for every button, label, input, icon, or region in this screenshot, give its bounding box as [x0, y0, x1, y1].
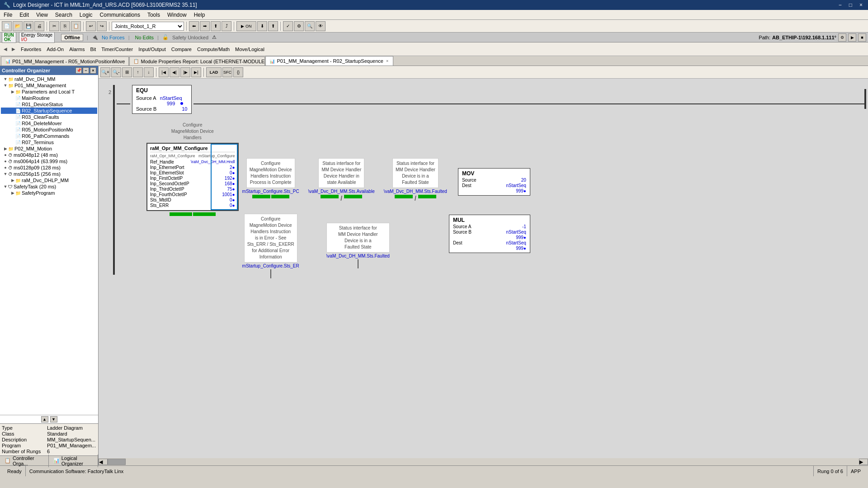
- tree-item-ms256[interactable]: ▼ ⏱ ms0256p15 (256 ms): [1, 171, 97, 177]
- cut-button[interactable]: ✂: [49, 21, 59, 31]
- tree-item-R02[interactable]: ▶ 📄 R02_StartupSequence: [1, 108, 97, 114]
- fit-button[interactable]: ⊞: [122, 67, 132, 77]
- download-button[interactable]: ⬇: [257, 21, 267, 31]
- menu-view[interactable]: View: [33, 11, 52, 19]
- ribbon-scroll-left[interactable]: ◀: [2, 47, 9, 52]
- fav-alarms[interactable]: Alarms: [66, 46, 87, 53]
- up-button[interactable]: ⬆: [211, 21, 221, 31]
- tree-item-ms64[interactable]: ● ⏱ ms0064p14 (63.999 ms): [1, 158, 97, 164]
- menu-help[interactable]: Help: [190, 11, 209, 19]
- go-online-button[interactable]: ▶ ON: [236, 21, 256, 31]
- ctrl-organizer-tab[interactable]: 📋 Controller Orga...: [0, 455, 49, 467]
- tree-item-raM-DHLP[interactable]: ▶ 📁 raM_Dvc_DHLP_MM: [1, 177, 97, 183]
- scope-combo[interactable]: Joints_Robot_1_R: [112, 22, 184, 31]
- save-button[interactable]: 💾: [24, 21, 33, 31]
- tree-item-R06[interactable]: ▶ 📄 R06_PathCommands: [1, 133, 97, 139]
- tree-item-R04[interactable]: ▶ 📄 R04_DeleteMover: [1, 120, 97, 127]
- search-toolbar-button[interactable]: 🔍: [305, 21, 315, 31]
- tree-toggle-2[interactable]: ▶: [10, 89, 15, 94]
- fav-input-output[interactable]: Input/Output: [136, 46, 169, 53]
- menu-search[interactable]: Search: [52, 11, 76, 19]
- tree-down-arrow[interactable]: ▼: [50, 416, 57, 422]
- panel-pin-button[interactable]: 📌: [75, 67, 82, 74]
- menu-edit[interactable]: Edit: [16, 11, 33, 19]
- tree-item-ms128[interactable]: ● ⏱ ms0128p09 (128 ms): [1, 164, 97, 171]
- fav-bit[interactable]: Bit: [87, 46, 99, 53]
- tree-toggle-16[interactable]: ▶: [10, 178, 15, 183]
- panel-header-buttons[interactable]: 📌 − ×: [75, 67, 96, 74]
- tree-toggle-11[interactable]: ▶: [3, 146, 8, 151]
- tree-toggle-13[interactable]: ●: [3, 159, 8, 164]
- tree-item-ms48[interactable]: ● ⏱ ms0048p12 (48 ms): [1, 152, 97, 158]
- new-button[interactable]: 📄: [2, 21, 12, 31]
- maximize-button[interactable]: □: [847, 2, 854, 8]
- back-button[interactable]: ⬅: [189, 21, 199, 31]
- zoom-out-button[interactable]: 🔍-: [111, 67, 121, 77]
- zoom-in-button[interactable]: 🔍+: [100, 67, 110, 77]
- paste-button[interactable]: 📋: [71, 21, 81, 31]
- path-stop-button[interactable]: ■: [858, 33, 866, 42]
- properties-button[interactable]: ⚙: [294, 21, 304, 31]
- menu-communications[interactable]: Communications: [96, 11, 144, 19]
- prev-rung-button[interactable]: ↑: [133, 67, 143, 77]
- fav-move-logical[interactable]: Move/Logical: [232, 46, 267, 53]
- prev-button[interactable]: ◀|: [170, 67, 179, 77]
- tab-1[interactable]: 📋 Module Properties Report: Local (ETHER…: [129, 56, 265, 66]
- tree-item-R05[interactable]: ▶ 📄 R05_MotionPositionMo: [1, 127, 97, 133]
- horizontal-scrollbar[interactable]: ◀ ▶: [99, 458, 868, 465]
- mov-block[interactable]: MOV Source 20 Dest nS: [458, 168, 530, 196]
- scroll-right-arrow[interactable]: ▶: [859, 459, 868, 465]
- tree-toggle-15[interactable]: ▼: [3, 171, 8, 177]
- configure-block[interactable]: raM_Opr_MM_Configure raM_Opr_MM_Configur…: [146, 143, 239, 211]
- redo-button[interactable]: ↪: [97, 21, 107, 31]
- minimize-button[interactable]: −: [837, 2, 844, 8]
- end-button[interactable]: ▶|: [191, 67, 201, 77]
- jump-button[interactable]: ⤴: [222, 21, 231, 31]
- lad-view-button[interactable]: LAD: [206, 67, 222, 77]
- open-button[interactable]: 📂: [13, 21, 23, 31]
- path-go-button[interactable]: ▶: [848, 33, 856, 42]
- tree-toggle-12[interactable]: ●: [3, 152, 8, 158]
- tree-item-R07[interactable]: ▶ 📄 R07_Terminus: [1, 139, 97, 145]
- tree-toggle-18[interactable]: ▶: [10, 190, 15, 196]
- fav-favorites[interactable]: Favorites: [18, 46, 44, 53]
- tree-toggle-14[interactable]: ●: [3, 165, 8, 170]
- next-inst-button[interactable]: |▶: [180, 67, 190, 77]
- monitor-button[interactable]: 👁: [316, 21, 326, 31]
- tree-item-P02[interactable]: ▶ 📁 P02_MM_Motion: [1, 145, 97, 152]
- forward-button[interactable]: ➡: [200, 21, 210, 31]
- next-rung-button[interactable]: ↓: [144, 67, 154, 77]
- upload-button[interactable]: ⬆: [268, 21, 278, 31]
- menu-tools[interactable]: Tools: [144, 11, 164, 19]
- window-controls[interactable]: − □ ×: [837, 2, 864, 8]
- path-config-button[interactable]: ⚙: [838, 33, 846, 42]
- copy-button[interactable]: ⎘: [60, 21, 70, 31]
- menu-window[interactable]: Window: [164, 11, 190, 19]
- tree-item-params-local[interactable]: ▶ 📁 Parameters and Local T: [1, 89, 97, 95]
- logical-organizer-tab[interactable]: 📊 Logical Organizer: [49, 455, 98, 467]
- tree-up-arrow[interactable]: ▲: [41, 416, 48, 422]
- st-view-button[interactable]: {}: [233, 67, 243, 77]
- fav-timer-counter[interactable]: Timer/Counter: [99, 46, 136, 53]
- tree-item-raM-Dvc-DH-MM[interactable]: ▼ 📁 raM_Dvc_DH_MM: [1, 76, 97, 82]
- print-button[interactable]: 🖨: [34, 21, 44, 31]
- canvas-scroll-area[interactable]: 2 EQU So: [99, 79, 868, 458]
- tree-item-R03[interactable]: ▶ 📄 R03_ClearFaults: [1, 114, 97, 120]
- scroll-left-arrow[interactable]: ◀: [99, 459, 108, 465]
- fav-addon[interactable]: Add-On: [44, 46, 66, 53]
- tree-toggle-0[interactable]: ▼: [3, 76, 8, 82]
- close-button[interactable]: ×: [858, 2, 864, 8]
- fav-compare[interactable]: Compare: [169, 46, 194, 53]
- tab-2[interactable]: 📊 P01_MM_Management - R02_StartupSequenc…: [265, 56, 393, 66]
- scroll-thumb[interactable]: [108, 459, 126, 465]
- equ-block[interactable]: EQU Source A nStartSeq 999: [132, 85, 192, 114]
- ribbon-scroll-right[interactable]: ▶: [10, 47, 17, 52]
- menu-logic[interactable]: Logic: [76, 11, 96, 19]
- verify-button[interactable]: ✓: [283, 21, 293, 31]
- menu-file[interactable]: File: [0, 11, 16, 19]
- tab-0[interactable]: 📊 P01_MM_Management - R05_MotionPosition…: [1, 56, 129, 66]
- begin-button[interactable]: |◀: [159, 67, 169, 77]
- tree-item-SafetyProgram[interactable]: ▶ 📁 SafetyProgram: [1, 190, 97, 196]
- tree-toggle-17[interactable]: ▼: [3, 184, 8, 189]
- tree-toggle-1[interactable]: ▼: [3, 83, 8, 88]
